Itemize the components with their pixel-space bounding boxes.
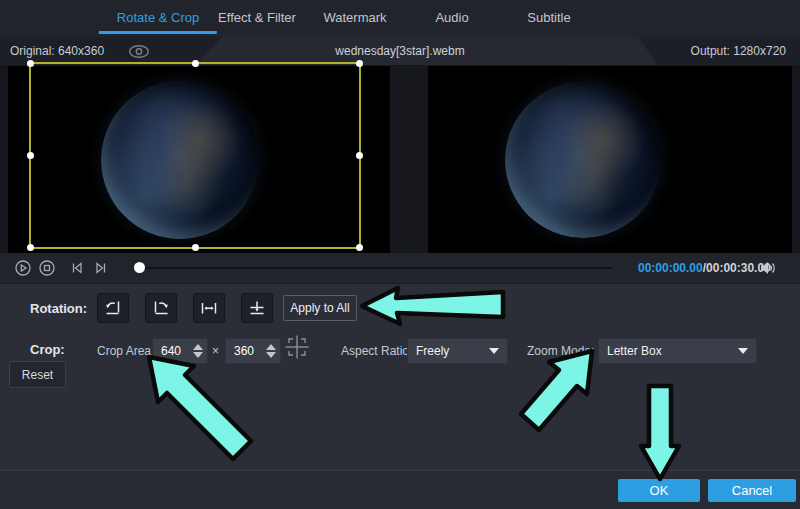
- reset-button[interactable]: Reset: [9, 361, 66, 388]
- play-button[interactable]: [15, 260, 31, 276]
- next-frame-icon: [93, 260, 109, 276]
- play-icon: [15, 260, 31, 276]
- eye-icon[interactable]: [128, 44, 150, 59]
- aspect-ratio-value: Freely: [416, 344, 449, 358]
- previous-frame-icon: [69, 260, 85, 276]
- rotate-left-button[interactable]: [97, 293, 129, 323]
- next-frame-button[interactable]: [93, 260, 109, 276]
- tab-effect-filter[interactable]: Effect & Filter: [200, 0, 314, 34]
- flip-horizontal-button[interactable]: [193, 293, 225, 323]
- video-filename: wednesday[3star].webm: [230, 37, 570, 65]
- dropdown-arrow-icon: [489, 348, 499, 354]
- zoom-mode-value: Letter Box: [607, 344, 662, 358]
- crop-height-field: [225, 338, 281, 364]
- crop-width-field: [152, 338, 208, 364]
- crop-label: Crop:: [30, 342, 65, 357]
- seek-slider-thumb[interactable]: [134, 262, 145, 273]
- output-size-label: Output: 1280x720: [691, 44, 786, 58]
- aspect-ratio-dropdown[interactable]: Freely: [407, 338, 508, 364]
- aspect-ratio-label: Aspect Ratio:: [341, 344, 412, 358]
- rotation-label: Rotation:: [30, 301, 87, 316]
- playback-controls: 00:00:00.00/00:00:30.00: [0, 253, 800, 283]
- feature-tabbar: Rotate & Crop Effect & Filter Watermark …: [0, 0, 800, 37]
- crop-handle-bottom-middle[interactable]: [192, 244, 199, 251]
- output-size-tab: Output: 1280x720: [638, 37, 800, 65]
- crop-handle-top-left[interactable]: [27, 60, 34, 67]
- tab-subtitle[interactable]: Subtitle: [509, 0, 588, 34]
- crop-handle-top-right[interactable]: [356, 60, 363, 67]
- cancel-button[interactable]: Cancel: [708, 479, 796, 502]
- rotate-left-icon: [102, 297, 124, 319]
- crop-handle-middle-right[interactable]: [356, 152, 363, 159]
- edit-panel: Rotation: Apply to All: [0, 283, 800, 470]
- spinner-down-icon[interactable]: [193, 352, 203, 359]
- volume-button[interactable]: [759, 260, 777, 276]
- rotate-right-button[interactable]: [145, 293, 177, 323]
- earth-frame-output: [505, 82, 661, 238]
- spinner-down-icon[interactable]: [266, 352, 276, 359]
- crop-handle-bottom-right[interactable]: [356, 244, 363, 251]
- output-video-preview: [428, 66, 792, 253]
- multiply-sign: ×: [212, 344, 219, 358]
- ok-button[interactable]: OK: [618, 479, 700, 502]
- crop-handle-top-middle[interactable]: [192, 60, 199, 67]
- volume-icon: [759, 260, 777, 276]
- flip-horizontal-icon: [198, 297, 220, 319]
- crop-selection-box[interactable]: [29, 62, 361, 249]
- dialog-footer: OK Cancel: [0, 470, 800, 509]
- stop-icon: [39, 260, 55, 276]
- rotate-right-icon: [150, 297, 172, 319]
- spinner-up-icon[interactable]: [266, 343, 276, 350]
- rotate-crop-dialog: Rotate & Crop Effect & Filter Watermark …: [0, 0, 800, 509]
- crop-area-label: Crop Area:: [97, 344, 154, 358]
- flip-vertical-icon: [246, 297, 268, 319]
- apply-to-all-button[interactable]: Apply to All: [283, 295, 357, 321]
- current-time: 00:00:00.00: [638, 261, 703, 275]
- tab-watermark[interactable]: Watermark: [305, 0, 404, 34]
- tab-audio[interactable]: Audio: [417, 0, 486, 34]
- crop-handle-middle-left[interactable]: [27, 152, 34, 159]
- original-size-label: Original: 640x360: [10, 44, 104, 58]
- preview-area: [0, 65, 800, 253]
- crop-handle-bottom-left[interactable]: [27, 244, 34, 251]
- time-display: 00:00:00.00/00:00:30.00: [638, 261, 771, 275]
- dropdown-arrow-icon: [738, 348, 748, 354]
- previous-frame-button[interactable]: [69, 260, 85, 276]
- stop-button[interactable]: [39, 260, 55, 276]
- spinner-up-icon[interactable]: [193, 343, 203, 350]
- seek-slider-track[interactable]: [135, 267, 612, 269]
- crop-position-icon: [284, 334, 310, 360]
- crop-position-button[interactable]: [284, 334, 310, 360]
- zoom-mode-dropdown[interactable]: Letter Box: [598, 338, 757, 364]
- zoom-mode-label: Zoom Mode:: [527, 344, 594, 358]
- flip-vertical-button[interactable]: [241, 293, 273, 323]
